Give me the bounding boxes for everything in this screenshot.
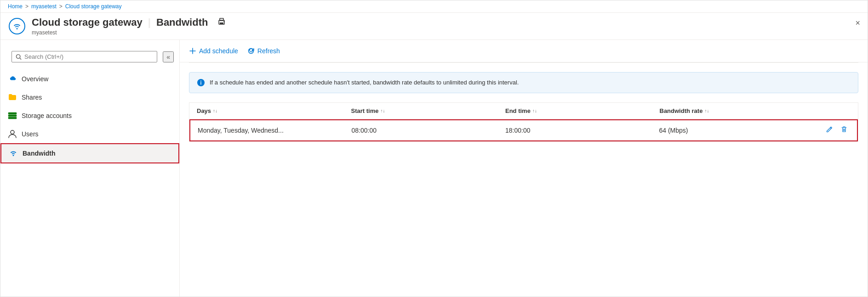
breadcrumb-sep1: >	[25, 3, 29, 10]
svg-point-8	[11, 130, 14, 134]
title-divider: |	[148, 17, 151, 28]
table-row: Monday, Tuesday, Wednesd... 08:00:00 18:…	[189, 119, 858, 141]
cloud-icon	[8, 74, 17, 84]
header-end-time: End time ↑↓	[505, 107, 660, 114]
bandwidth-icon	[9, 149, 18, 158]
page-header: Cloud storage gateway | Bandwidth myaset…	[0, 13, 868, 40]
sidebar-item-users[interactable]: Users	[0, 125, 179, 143]
refresh-button[interactable]: Refresh	[247, 45, 280, 56]
add-icon	[189, 47, 196, 55]
row-end-time: 18:00:00	[505, 127, 659, 134]
user-icon	[8, 129, 17, 139]
delete-button[interactable]	[839, 125, 850, 136]
sidebar-item-storage-accounts[interactable]: Storage accounts	[0, 106, 179, 125]
service-name: Cloud storage gateway	[32, 17, 143, 28]
print-icon	[217, 17, 226, 26]
collapse-button[interactable]: «	[163, 51, 174, 62]
breadcrumb-current[interactable]: Cloud storage gateway	[65, 3, 122, 10]
main-content: Add schedule Refresh If a schedule has	[180, 40, 868, 297]
search-input[interactable]	[24, 53, 153, 60]
sort-bandwidth-rate-icon[interactable]: ↑↓	[704, 108, 709, 113]
header-bandwidth-rate: Bandwidth rate ↑↓	[660, 107, 814, 114]
info-banner: If a schedule has ended and another sche…	[189, 72, 858, 93]
sidebar-item-shares[interactable]: Shares	[0, 88, 179, 106]
add-schedule-label: Add schedule	[199, 47, 238, 55]
sidebar-item-storage-accounts-label: Storage accounts	[22, 112, 72, 119]
sidebar-item-bandwidth-label: Bandwidth	[23, 150, 56, 157]
svg-rect-5	[8, 112, 17, 114]
add-schedule-button[interactable]: Add schedule	[189, 45, 238, 56]
close-button[interactable]: ×	[855, 18, 860, 28]
sort-start-time-icon[interactable]: ↑↓	[380, 108, 385, 113]
header-start-time-label: Start time	[351, 107, 379, 114]
search-box	[11, 51, 157, 62]
row-start-time: 08:00:00	[352, 127, 506, 134]
breadcrumb: Home > myasetest > Cloud storage gateway	[0, 0, 868, 13]
header-subtitle: myasetest	[32, 29, 860, 36]
folder-icon	[8, 93, 17, 102]
edit-icon	[826, 126, 833, 133]
search-icon	[16, 54, 22, 60]
row-bandwidth-rate: 64 (Mbps)	[659, 127, 813, 134]
svg-rect-2	[220, 22, 223, 24]
toolbar-divider	[189, 62, 858, 63]
storage-icon	[8, 111, 17, 120]
breadcrumb-device[interactable]: myasetest	[31, 3, 57, 10]
service-icon	[8, 17, 26, 35]
sidebar: « Overview Shares	[0, 40, 180, 297]
breadcrumb-home[interactable]: Home	[8, 3, 23, 10]
info-icon	[197, 78, 205, 87]
sidebar-item-overview-label: Overview	[22, 75, 48, 83]
table-header: Days ↑↓ Start time ↑↓ End time ↑↓ Bandwi…	[189, 103, 858, 119]
sidebar-item-bandwidth[interactable]: Bandwidth	[0, 143, 179, 163]
sidebar-item-shares-label: Shares	[22, 94, 42, 101]
main-title: Cloud storage gateway | Bandwidth	[32, 17, 860, 28]
svg-rect-1	[220, 18, 223, 21]
print-button[interactable]	[217, 17, 226, 28]
sidebar-item-users-label: Users	[22, 130, 39, 138]
svg-point-3	[223, 21, 224, 22]
delete-icon	[840, 126, 848, 133]
header-days: Days ↑↓	[197, 107, 351, 114]
bandwidth-table: Days ↑↓ Start time ↑↓ End time ↑↓ Bandwi…	[189, 102, 858, 142]
breadcrumb-sep2: >	[59, 3, 63, 10]
row-days: Monday, Tuesday, Wednesd...	[198, 127, 352, 134]
svg-rect-7	[8, 117, 17, 119]
body: « Overview Shares	[0, 40, 868, 297]
header-titles: Cloud storage gateway | Bandwidth myaset…	[32, 17, 860, 36]
sort-end-time-icon[interactable]: ↑↓	[532, 108, 537, 113]
header-days-label: Days	[197, 107, 211, 114]
section-name: Bandwidth	[156, 17, 208, 28]
header-actions	[814, 107, 851, 114]
sort-days-icon[interactable]: ↑↓	[213, 108, 217, 113]
svg-rect-6	[8, 115, 17, 117]
sidebar-item-overview[interactable]: Overview	[0, 70, 179, 88]
header-bandwidth-rate-label: Bandwidth rate	[660, 107, 703, 114]
wifi-icon	[12, 22, 22, 31]
toolbar: Add schedule Refresh	[180, 40, 868, 62]
edit-button[interactable]	[824, 125, 835, 136]
refresh-label: Refresh	[257, 47, 280, 55]
svg-point-10	[200, 81, 201, 82]
header-end-time-label: End time	[505, 107, 531, 114]
row-actions	[813, 125, 850, 136]
info-text: If a schedule has ended and another sche…	[210, 78, 519, 87]
refresh-icon	[247, 47, 255, 55]
header-start-time: Start time ↑↓	[351, 107, 506, 114]
